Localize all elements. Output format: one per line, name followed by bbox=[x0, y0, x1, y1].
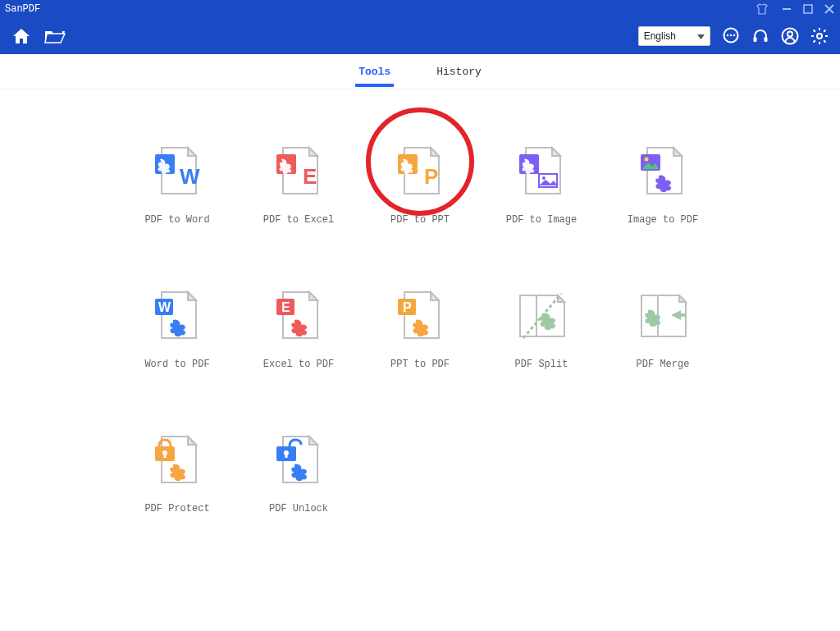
tool-label: PDF to Word bbox=[144, 214, 209, 226]
tool-label: PDF Split bbox=[515, 359, 568, 370]
titlebar: SanPDF bbox=[0, 0, 840, 18]
ppt-to-pdf-icon: P bbox=[387, 283, 453, 349]
svg-line-18 bbox=[824, 40, 825, 42]
dropdown-caret-icon bbox=[697, 30, 705, 42]
tool-pdf-protect[interactable]: PDF Protect bbox=[116, 428, 238, 514]
svg-rect-9 bbox=[765, 37, 768, 42]
headset-icon[interactable] bbox=[751, 27, 769, 45]
svg-rect-41 bbox=[164, 454, 167, 458]
language-value: English bbox=[644, 30, 676, 42]
user-icon[interactable] bbox=[781, 27, 799, 45]
pdf-to-word-icon: W bbox=[144, 139, 210, 204]
tool-pdf-to-excel[interactable]: E PDF to Excel bbox=[238, 139, 359, 226]
chat-icon[interactable] bbox=[722, 27, 740, 45]
tool-label: PDF to Excel bbox=[263, 214, 334, 226]
tool-label: PDF to Image bbox=[506, 214, 577, 226]
pdf-to-ppt-icon: P bbox=[387, 139, 453, 204]
tool-image-to-pdf[interactable]: Image to PDF bbox=[602, 139, 724, 226]
svg-line-17 bbox=[814, 30, 815, 32]
tool-pdf-split[interactable]: PDF Split bbox=[481, 283, 602, 370]
svg-text:E: E bbox=[303, 164, 317, 189]
pdf-merge-icon bbox=[630, 283, 696, 349]
tool-pdf-to-word[interactable]: W PDF to Word bbox=[116, 139, 238, 226]
tab-bar: Tools History bbox=[0, 54, 840, 89]
shirt-icon[interactable] bbox=[755, 3, 769, 15]
excel-to-pdf-icon: E bbox=[266, 283, 331, 349]
header-left bbox=[11, 27, 66, 45]
tool-excel-to-pdf[interactable]: E Excel to PDF bbox=[238, 283, 359, 370]
svg-point-31 bbox=[645, 158, 649, 162]
tool-pdf-merge[interactable]: PDF Merge bbox=[602, 283, 724, 370]
svg-point-5 bbox=[727, 34, 729, 37]
image-to-pdf-icon bbox=[630, 139, 696, 204]
svg-text:P: P bbox=[424, 164, 438, 189]
app-title: SanPDF bbox=[5, 3, 40, 15]
home-icon[interactable] bbox=[11, 27, 31, 45]
svg-point-7 bbox=[733, 34, 736, 37]
tool-label: PDF Unlock bbox=[269, 503, 328, 514]
titlebar-right bbox=[755, 3, 835, 15]
svg-text:W: W bbox=[158, 300, 171, 314]
svg-point-6 bbox=[730, 34, 733, 37]
svg-point-11 bbox=[788, 32, 792, 37]
tab-label: History bbox=[436, 66, 482, 78]
tool-label: Image to PDF bbox=[628, 214, 698, 226]
tool-ppt-to-pdf[interactable]: P PPT to PDF bbox=[359, 283, 481, 370]
tool-label: PDF Merge bbox=[637, 359, 690, 370]
svg-rect-8 bbox=[754, 37, 757, 42]
tool-pdf-to-ppt[interactable]: P PDF to PPT bbox=[359, 139, 481, 226]
tab-tools[interactable]: Tools bbox=[355, 57, 394, 86]
svg-line-20 bbox=[814, 40, 815, 42]
settings-icon[interactable] bbox=[810, 27, 829, 45]
svg-text:E: E bbox=[281, 300, 290, 314]
tool-label: Excel to PDF bbox=[263, 359, 334, 370]
tool-label: Word to PDF bbox=[144, 359, 209, 370]
svg-point-29 bbox=[542, 176, 546, 180]
maximize-button[interactable] bbox=[802, 3, 814, 15]
tool-label: PPT to PDF bbox=[390, 359, 450, 370]
tool-word-to-pdf[interactable]: W Word to PDF bbox=[116, 283, 238, 370]
tool-grid: W PDF to Word E PDF to Excel bbox=[0, 139, 840, 514]
language-select[interactable]: English bbox=[638, 26, 710, 46]
pdf-protect-icon bbox=[144, 428, 210, 493]
pdf-unlock-icon bbox=[266, 428, 331, 493]
tab-label: Tools bbox=[358, 66, 390, 78]
header-right: English bbox=[638, 26, 829, 46]
svg-point-12 bbox=[817, 34, 822, 39]
minimize-button[interactable] bbox=[781, 3, 792, 15]
content: W PDF to Word E PDF to Excel bbox=[0, 89, 840, 514]
tool-label: PDF to PPT bbox=[390, 214, 450, 226]
word-to-pdf-icon: W bbox=[144, 283, 210, 349]
svg-line-19 bbox=[824, 30, 825, 32]
pdf-split-icon bbox=[509, 283, 574, 349]
tool-label: PDF Protect bbox=[144, 503, 209, 514]
svg-rect-44 bbox=[285, 454, 288, 458]
tool-pdf-unlock[interactable]: PDF Unlock bbox=[238, 428, 359, 514]
close-button[interactable] bbox=[824, 3, 835, 15]
tab-history[interactable]: History bbox=[433, 57, 485, 86]
svg-rect-1 bbox=[804, 5, 812, 13]
pdf-to-excel-icon: E bbox=[266, 139, 331, 204]
header: English bbox=[0, 18, 840, 54]
svg-text:P: P bbox=[403, 300, 412, 314]
window-controls bbox=[781, 3, 835, 15]
folder-icon[interactable] bbox=[44, 28, 66, 44]
svg-text:W: W bbox=[180, 164, 200, 189]
tool-pdf-to-image[interactable]: PDF to Image bbox=[481, 139, 602, 226]
pdf-to-image-icon bbox=[509, 139, 574, 204]
